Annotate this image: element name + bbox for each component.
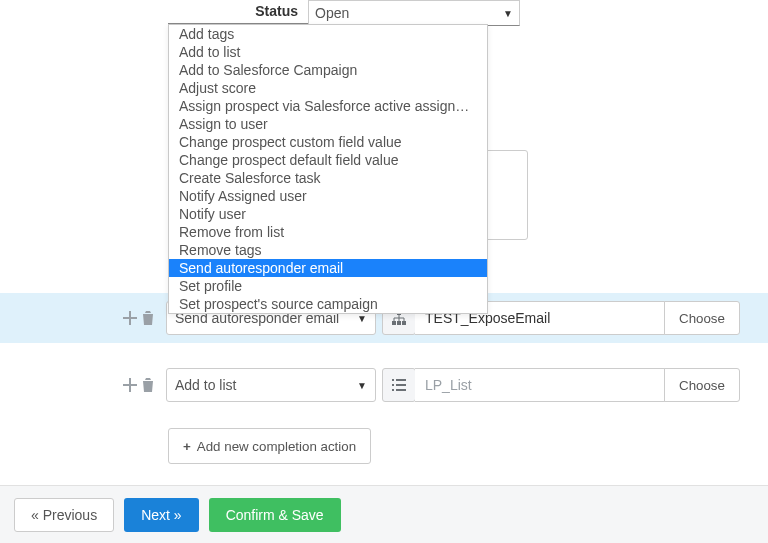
chevron-down-icon: ▼ [357,313,367,324]
dropdown-option[interactable]: Add to Salesforce Campaign [169,61,487,79]
dropdown-option[interactable]: Remove tags [169,241,487,259]
dropdown-option[interactable]: Change prospect custom field value [169,133,487,151]
dropdown-option[interactable]: Assign prospect via Salesforce active as… [169,97,487,115]
choose-button-1[interactable]: Choose [664,301,740,335]
svg-rect-4 [392,379,394,381]
list-icon[interactable] [382,368,416,402]
dropdown-option[interactable]: Adjust score [169,79,487,97]
svg-rect-1 [392,321,396,325]
dropdown-option[interactable]: Change prospect default field value [169,151,487,169]
svg-rect-2 [397,321,401,325]
svg-rect-6 [392,384,394,386]
dropdown-option[interactable]: Add to list [169,43,487,61]
status-select[interactable]: Open ▼ [308,0,520,26]
status-row: Status Open ▼ [168,0,520,26]
dropdown-option[interactable]: Add tags [169,25,487,43]
dropdown-option[interactable]: Set prospect's source campaign [169,295,487,313]
wizard-footer: « Previous Next » Confirm & Save [0,485,768,543]
svg-rect-3 [402,321,406,325]
status-label: Status [168,3,308,24]
add-row-icon[interactable] [122,377,138,393]
choose-button-2[interactable]: Choose [664,368,740,402]
dropdown-option[interactable]: Notify Assigned user [169,187,487,205]
action-type-select-2[interactable]: Add to list ▼ [166,368,376,402]
row-controls [108,377,156,393]
add-completion-action-button[interactable]: + Add new completion action [168,428,371,464]
add-completion-action-label: Add new completion action [197,439,356,454]
dropdown-option[interactable]: Remove from list [169,223,487,241]
dropdown-option[interactable]: Set profile [169,277,487,295]
chevron-down-icon: ▼ [357,380,367,391]
page-root: Status Open ▼ Add tagsAdd to listAdd to … [0,0,768,543]
svg-rect-9 [396,389,406,391]
completion-action-row-2: Add to list ▼ Choose [0,360,768,410]
dropdown-option[interactable]: Assign to user [169,115,487,133]
svg-rect-8 [392,389,394,391]
row-controls [108,310,156,326]
status-select-value: Open [315,5,349,21]
delete-row-icon[interactable] [140,377,156,393]
next-button[interactable]: Next » [124,498,198,532]
delete-row-icon[interactable] [140,310,156,326]
svg-rect-5 [396,379,406,381]
add-row-icon[interactable] [122,310,138,326]
dropdown-option[interactable]: Notify user [169,205,487,223]
dropdown-option[interactable]: Create Salesforce task [169,169,487,187]
dropdown-option[interactable]: Send autoresponder email [169,259,487,277]
previous-button[interactable]: « Previous [14,498,114,532]
action-type-select-2-value: Add to list [175,377,236,393]
plus-icon: + [183,439,191,454]
chevron-down-icon: ▼ [503,8,513,19]
action-type-dropdown[interactable]: Add tagsAdd to listAdd to Salesforce Cam… [168,24,488,314]
action-target-input-2[interactable] [415,368,665,402]
svg-rect-7 [396,384,406,386]
confirm-save-button[interactable]: Confirm & Save [209,498,341,532]
